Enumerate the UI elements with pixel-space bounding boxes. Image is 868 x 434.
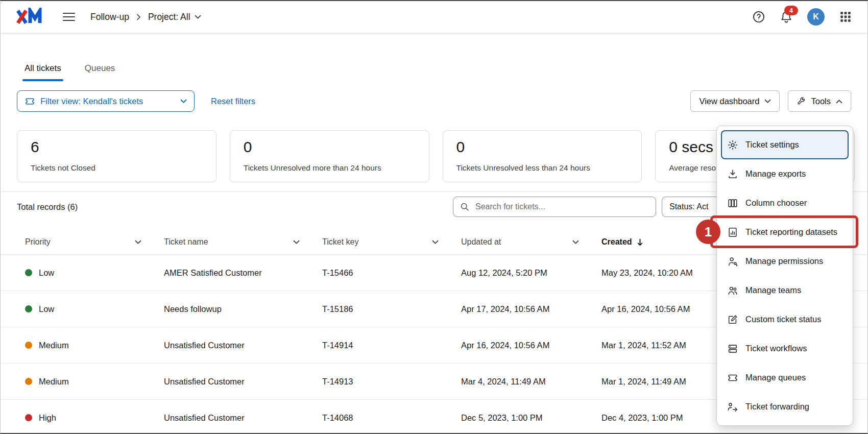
menu-item-label: Column chooser [745, 198, 807, 208]
help-icon[interactable] [752, 10, 765, 23]
tools-button[interactable]: Tools [788, 90, 851, 112]
reset-filters-link[interactable]: Reset filters [211, 97, 255, 106]
priority-label: Medium [39, 377, 69, 387]
hamburger-menu-icon[interactable] [63, 12, 75, 21]
tools-menu: Ticket settings Manage exports Column ch… [716, 126, 853, 426]
menu-item-ticket-reporting-datasets[interactable]: Ticket reporting datasets [721, 218, 849, 247]
stat-label: Tickets Unresolved less than 24 hours [456, 163, 629, 173]
priority-label: Low [39, 268, 54, 278]
menu-item-label: Manage permissions [745, 256, 823, 266]
chevron-down-icon [432, 240, 439, 245]
notification-badge: 4 [784, 6, 798, 15]
ticket-name-cell: Needs followup [164, 304, 322, 314]
ticket-tabs: All tickets Queues [25, 63, 867, 81]
tab-all-tickets[interactable]: All tickets [25, 63, 61, 81]
breadcrumb: Follow-up Project: All [90, 12, 201, 22]
chevron-down-icon [572, 240, 579, 245]
stat-card-not-closed: 6 Tickets not Closed [17, 130, 216, 182]
priority-dot [25, 342, 32, 349]
xm-logo [16, 8, 47, 26]
menu-item-ticket-forwarding[interactable]: Ticket forwarding [721, 392, 849, 421]
toolbar-buttons: View dashboard Tools [690, 90, 851, 112]
chevron-down-icon [293, 240, 300, 245]
wrench-icon [797, 97, 806, 106]
ticket-name-cell: Unsatisfied Customer [164, 341, 322, 350]
person-key-icon [727, 256, 738, 267]
menu-item-column-chooser[interactable]: Column chooser [721, 188, 849, 218]
sort-descending-icon [637, 238, 643, 246]
priority-dot [25, 378, 32, 385]
chevron-up-icon [836, 99, 842, 104]
menu-item-manage-queues[interactable]: Manage queues [721, 363, 849, 392]
priority-label: High [39, 413, 56, 423]
updated-at-cell: Dec 5, 2023, 1:00 PM [461, 413, 601, 423]
layers-icon [727, 343, 738, 354]
avatar[interactable]: K [807, 8, 825, 26]
tab-queues[interactable]: Queues [85, 63, 115, 81]
column-header-updated-at[interactable]: Updated at [461, 237, 601, 247]
priority-dot [25, 305, 32, 312]
notifications-button[interactable]: 4 [780, 10, 793, 23]
ticket-key-cell: T-14913 [322, 377, 461, 387]
columns-icon [727, 198, 738, 209]
view-dashboard-button[interactable]: View dashboard [690, 90, 780, 112]
people-icon [727, 285, 738, 296]
apps-grid-icon[interactable] [839, 10, 852, 23]
ticket-key-cell: T-15186 [322, 304, 461, 314]
menu-item-label: Custom ticket status [745, 315, 822, 324]
chevron-right-icon [136, 14, 141, 20]
chevron-down-icon [180, 99, 187, 104]
menu-item-label: Ticket reporting datasets [745, 227, 837, 237]
app-window: Follow-up Project: All 4 K [0, 0, 868, 434]
updated-at-cell: Apr 17, 2024, 10:56 AM [461, 304, 601, 314]
filter-bar: Filter view: Kendall's tickets Reset fil… [17, 90, 851, 112]
menu-item-custom-ticket-status[interactable]: Custom ticket status [721, 305, 849, 334]
search-icon [460, 202, 470, 212]
ticket-name-cell: Unsatisfied Customer [164, 377, 322, 387]
menu-item-manage-permissions[interactable]: Manage permissions [721, 247, 849, 276]
stat-card-unresolved-more-24h: 0 Tickets Unresolved more than 24 hours [230, 130, 429, 182]
chevron-down-icon [195, 15, 201, 19]
priority-label: Medium [39, 341, 69, 350]
column-label: Ticket key [322, 237, 358, 247]
filter-view-label: Filter view: Kendall's tickets [40, 97, 143, 106]
project-selector[interactable]: Project: All [148, 12, 201, 22]
menu-item-label: Ticket forwarding [745, 402, 809, 412]
ticket-name-cell: AMER Satisfied Customer [164, 268, 322, 278]
menu-item-ticket-workflows[interactable]: Ticket workflows [721, 334, 849, 363]
chevron-down-icon [764, 99, 771, 104]
column-label: Updated at [461, 237, 501, 247]
download-icon [727, 168, 738, 180]
menu-item-manage-teams[interactable]: Manage teams [721, 276, 849, 305]
edit-icon [727, 314, 738, 325]
column-label: Ticket name [164, 237, 208, 247]
view-dashboard-label: View dashboard [699, 97, 759, 106]
menu-item-label: Manage teams [745, 285, 801, 295]
chevron-down-icon [135, 240, 141, 245]
breadcrumb-section[interactable]: Follow-up [90, 12, 129, 22]
stat-value: 0 [456, 138, 629, 156]
priority-label: Low [39, 304, 54, 314]
search-input[interactable] [474, 202, 649, 212]
column-label: Created [601, 237, 632, 247]
forward-icon [727, 401, 738, 413]
menu-item-label: Ticket settings [745, 140, 799, 150]
menu-item-manage-exports[interactable]: Manage exports [721, 159, 849, 188]
column-header-ticket-name[interactable]: Ticket name [164, 237, 322, 247]
top-header: Follow-up Project: All 4 K [1, 1, 867, 33]
report-icon [727, 227, 738, 238]
gear-icon [727, 139, 738, 151]
tools-label: Tools [811, 97, 831, 106]
updated-at-cell: Apr 16, 2024, 10:56 AM [461, 341, 601, 350]
status-filter-label: Status: Act [669, 202, 708, 211]
filter-view-dropdown[interactable]: Filter view: Kendall's tickets [17, 90, 195, 112]
menu-item-label: Ticket workflows [745, 344, 807, 353]
updated-at-cell: Mar 4, 2024, 11:49 AM [461, 377, 601, 387]
menu-item-ticket-settings[interactable]: Ticket settings [721, 130, 849, 159]
stat-label: Tickets not Closed [31, 163, 203, 173]
stat-value: 6 [31, 138, 203, 156]
project-selector-label: Project: All [148, 12, 190, 22]
ticket-name-cell: Unsatisfied Customer [164, 413, 322, 423]
column-header-priority[interactable]: Priority [25, 237, 164, 247]
column-header-ticket-key[interactable]: Ticket key [322, 237, 461, 247]
